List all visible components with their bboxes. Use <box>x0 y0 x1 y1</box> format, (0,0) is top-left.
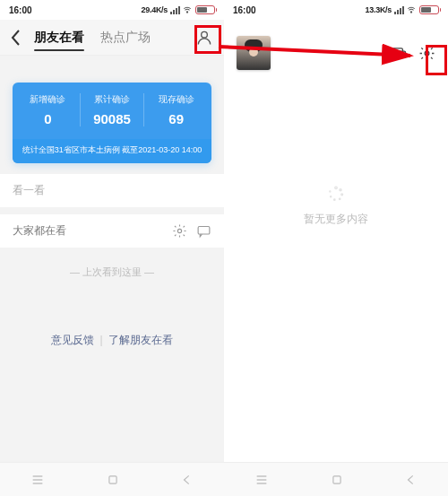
svg-point-13 <box>340 189 341 191</box>
svg-point-17 <box>331 196 332 197</box>
profile-header <box>224 20 448 77</box>
last-read-divider: — 上次看到这里 — <box>0 248 224 297</box>
avatar[interactable] <box>237 36 271 70</box>
svg-point-2 <box>177 229 181 232</box>
svg-point-26 <box>380 448 383 451</box>
network-speed: 29.4K/s <box>142 5 168 14</box>
covid-footer: 统计全国31省区市本土病例 截至2021-03-20 14:00 <box>13 139 211 163</box>
battery-icon <box>195 5 215 14</box>
about-link[interactable]: 了解朋友在看 <box>103 334 178 346</box>
network-speed: 13.3K/s <box>366 5 392 14</box>
nav-home-icon[interactable] <box>107 474 119 486</box>
settings-icon[interactable] <box>418 45 435 62</box>
time: 16:00 <box>9 5 32 15</box>
person-icon <box>195 29 213 47</box>
look-section[interactable]: 看一看 <box>0 174 224 207</box>
profile-button[interactable] <box>188 22 220 54</box>
covid-stats-card[interactable]: 新增确诊 0 累计确诊 90085 现存确诊 69 统计全国31省区市本土病例 … <box>13 83 211 163</box>
svg-point-14 <box>341 194 343 196</box>
nav-back-icon[interactable] <box>405 474 418 486</box>
svg-rect-3 <box>198 227 210 234</box>
svg-point-18 <box>330 191 331 192</box>
tab-hot-square[interactable]: 热点广场 <box>100 22 151 53</box>
empty-state: 暂无更多内容 <box>224 77 448 462</box>
covid-existing: 现存确诊 69 <box>144 93 208 126</box>
tab-friends-watching[interactable]: 朋友在看 <box>34 22 84 53</box>
svg-rect-9 <box>392 48 402 56</box>
svg-point-12 <box>335 187 338 189</box>
watermark: 百度经验 <box>371 444 441 460</box>
system-nav-left <box>0 462 224 496</box>
covid-new: 新增确诊 0 <box>16 93 81 126</box>
gear-icon[interactable] <box>172 223 187 239</box>
svg-point-27 <box>375 452 382 457</box>
covid-total: 累计确诊 90085 <box>81 93 145 126</box>
svg-point-16 <box>334 199 335 200</box>
paw-icon <box>371 445 385 459</box>
time: 16:00 <box>233 5 256 15</box>
signal-icon <box>394 6 404 14</box>
back-button[interactable] <box>4 20 29 56</box>
signal-icon <box>170 6 180 14</box>
loading-icon <box>327 185 345 203</box>
svg-rect-22 <box>333 475 340 483</box>
svg-point-15 <box>339 198 340 200</box>
svg-point-1 <box>202 31 208 38</box>
comment-icon[interactable] <box>196 223 211 239</box>
feedback-link[interactable]: 意见反馈 <box>46 334 99 346</box>
footer-links: 意见反馈|了解朋友在看 <box>0 297 224 348</box>
chat-icon[interactable] <box>391 45 408 62</box>
battery-icon <box>419 5 439 14</box>
system-nav-right <box>224 462 448 496</box>
wifi-icon <box>183 5 192 14</box>
wifi-icon <box>407 5 416 14</box>
svg-rect-7 <box>109 475 116 483</box>
empty-text: 暂无更多内容 <box>304 212 368 227</box>
svg-point-24 <box>374 448 376 451</box>
status-bar-right: 16:00 13.3K/s <box>224 0 448 20</box>
status-bar-left: 16:00 29.4K/s <box>0 0 224 20</box>
nav-back-icon[interactable] <box>181 474 194 486</box>
nav-menu-icon[interactable] <box>254 473 269 487</box>
svg-point-0 <box>186 12 187 13</box>
all-watching-section[interactable]: 大家都在看 <box>0 214 224 248</box>
svg-point-8 <box>410 12 411 13</box>
nav-home-icon[interactable] <box>331 474 343 486</box>
svg-point-25 <box>377 447 380 449</box>
top-bar-left: 朋友在看 热点广场 <box>0 20 224 56</box>
svg-point-11 <box>425 51 429 56</box>
nav-menu-icon[interactable] <box>30 473 45 487</box>
all-watching-label: 大家都在看 <box>13 223 66 239</box>
